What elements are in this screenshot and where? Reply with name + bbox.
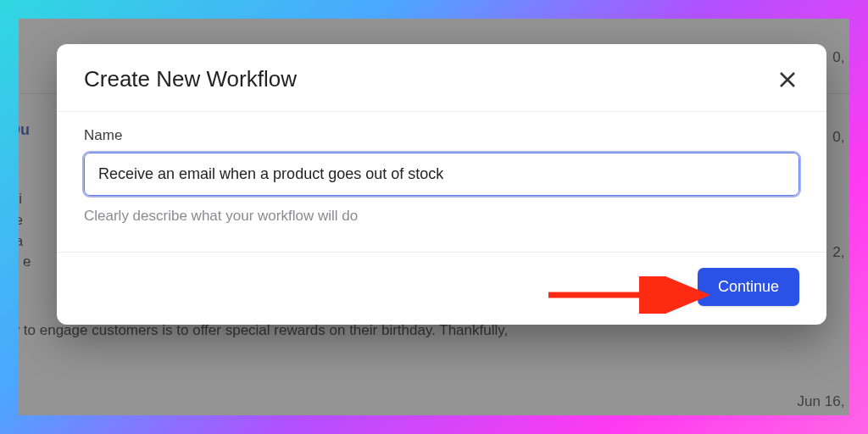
- modal-title: Create New Workflow: [84, 66, 297, 92]
- close-icon: [778, 70, 797, 89]
- helper-text: Clearly describe what your workflow will…: [84, 208, 799, 225]
- create-workflow-modal: Create New Workflow Name Clearly describ…: [57, 44, 826, 325]
- gradient-frame: 0, 20 0, 20 2, 20 Jun 16, 20 g Ou opi ga…: [0, 0, 868, 434]
- name-label: Name: [84, 127, 799, 144]
- continue-button[interactable]: Continue: [698, 268, 799, 306]
- workflow-name-input[interactable]: [84, 153, 799, 196]
- app-background: 0, 20 0, 20 2, 20 Jun 16, 20 g Ou opi ga…: [19, 19, 849, 415]
- modal-body: Name Clearly describe what your workflow…: [57, 111, 826, 253]
- close-button[interactable]: [776, 68, 799, 92]
- modal-header: Create New Workflow: [57, 44, 826, 111]
- modal-footer: Continue: [57, 253, 826, 325]
